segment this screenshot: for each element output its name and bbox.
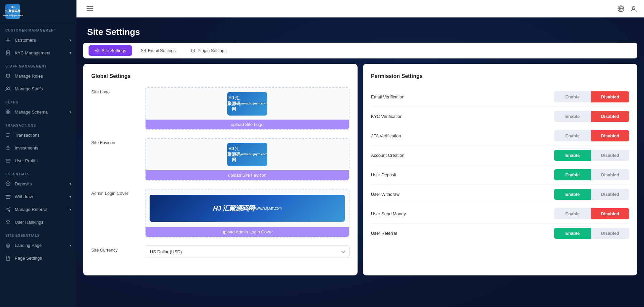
disable-button-user-deposit[interactable]: Disabled	[591, 169, 629, 180]
chevron-icon: ▾	[69, 195, 71, 199]
sidebar-item-customers[interactable]: Customers ▾	[0, 34, 76, 46]
global-settings-title: Global Settings	[91, 73, 350, 79]
chevron-icon: ▾	[69, 208, 71, 211]
site-favicon-preview: HJ 汇聚源码网 www.huijuym.com	[146, 139, 349, 170]
menu-icon	[87, 5, 93, 12]
toggle-group-kyc-verification: Enable Disabled	[554, 111, 629, 122]
sidebar-item-kyc-management[interactable]: KYC Management ▾	[0, 46, 76, 59]
sidebar: HJ汇聚源码网www.huijuym.com CUSTOMER MANAGEME…	[0, 0, 76, 307]
admin-login-cover-control: HJ 汇聚源码网www.huijuvm.com upload Admin Log…	[145, 189, 350, 237]
enable-button-account-creation[interactable]: Enable	[554, 150, 591, 161]
admin-login-cover-upload-button[interactable]: upload Admin Login Cover	[146, 227, 349, 237]
sidebar-item-user-profits[interactable]: User Profits	[0, 154, 76, 167]
chevron-icon: ▾	[69, 38, 71, 42]
sidebar-item-label: User Profits	[15, 158, 38, 163]
chevron-icon: ▾	[69, 244, 71, 247]
svg-rect-40	[141, 49, 146, 52]
enable-button-kyc-verification[interactable]: Enable	[554, 111, 591, 122]
anchor-icon	[5, 145, 11, 151]
permission-row-user-send-money: User Send Money Enable Disabled	[371, 204, 629, 224]
permission-label-user-withdraw: User Withdraw	[371, 192, 554, 197]
site-favicon-upload-button[interactable]: upload Site Favicon	[146, 170, 349, 180]
disable-button-kyc-verification[interactable]: Disabled	[591, 111, 629, 122]
sidebar-item-manage-roles[interactable]: Manage Roles	[0, 70, 76, 82]
sidebar-item-label: Manage Roles	[15, 74, 43, 79]
content-area: Site Settings Site Settings Email Settin…	[76, 17, 644, 307]
sidebar-item-user-rankings[interactable]: User Rankings	[0, 216, 76, 228]
globe-button[interactable]	[617, 5, 625, 12]
disable-button-2fa-verification[interactable]: Disabled	[591, 130, 629, 141]
admin-login-cover-label: Admin Login Cover	[91, 189, 138, 196]
site-favicon-row: Site Favicon HJ 汇聚源码网 www.huijuym.com up…	[91, 138, 350, 181]
permission-settings-title: Permission Settings	[371, 73, 629, 79]
sidebar-item-investments[interactable]: Investments	[0, 141, 76, 154]
sidebar-item-label: Customers	[15, 38, 36, 43]
toggle-group-user-withdraw: Enable Disabled	[554, 189, 629, 200]
enable-button-user-send-money[interactable]: Enable	[554, 208, 591, 219]
site-logo-upload-button[interactable]: upload Site Logo	[146, 120, 349, 129]
sidebar-item-label: KYC Management	[15, 50, 50, 55]
site-currency-select[interactable]: US Dollar (USD) Euro (EUR) British Pound…	[145, 246, 350, 258]
tab-email-settings[interactable]: Email Settings	[135, 45, 182, 56]
svg-point-4	[7, 87, 8, 88]
tab-email-settings-label: Email Settings	[148, 48, 176, 53]
clipboard-icon	[5, 50, 11, 56]
disable-button-account-creation[interactable]: Disabled	[591, 150, 629, 161]
content-header: Site Settings	[76, 17, 644, 43]
tab-site-settings-label: Site Settings	[102, 48, 126, 53]
topbar	[76, 0, 644, 17]
enable-button-user-referral[interactable]: Enable	[554, 228, 591, 239]
enable-button-email-verification[interactable]: Enable	[554, 91, 591, 102]
permission-label-user-referral: User Referral	[371, 231, 554, 236]
tab-site-settings[interactable]: Site Settings	[89, 45, 132, 56]
site-favicon-upload-box[interactable]: HJ 汇聚源码网 www.huijuym.com upload Site Fav…	[145, 138, 350, 181]
sidebar-item-label: Landing Page	[15, 243, 42, 248]
sidebar-item-label: Deposits	[15, 181, 32, 186]
svg-rect-32	[87, 8, 93, 9]
topbar-right	[617, 5, 637, 12]
user-profile-button[interactable]	[630, 5, 637, 12]
sidebar-section-label: TRANSACTIONS	[0, 118, 76, 129]
menu-toggle-button[interactable]	[83, 3, 97, 14]
permission-label-user-send-money: User Send Money	[371, 211, 554, 216]
sidebar-item-manage-schema[interactable]: Manage Schema ▾	[0, 105, 76, 118]
sidebar-item-landing-page[interactable]: Landing Page ▾	[0, 239, 76, 252]
svg-point-13	[7, 146, 9, 147]
site-currency-row: Site Currency US Dollar (USD) Euro (EUR)…	[91, 246, 350, 258]
sidebar-item-label: Manage Referral	[15, 207, 47, 212]
site-logo-upload-box[interactable]: HJ 汇聚源码网 www.huijuym.com upload Site Log…	[145, 87, 350, 130]
svg-point-0	[7, 38, 9, 40]
sidebar-item-transactions[interactable]: Transactions	[0, 129, 76, 141]
svg-rect-7	[8, 110, 10, 112]
star-icon	[5, 219, 11, 225]
disable-button-user-referral[interactable]: Disabled	[591, 228, 629, 239]
enable-button-user-deposit[interactable]: Enable	[554, 169, 591, 180]
sidebar-item-page-settings[interactable]: Page Settings	[0, 252, 76, 264]
permission-label-email-verification: Email Verification	[371, 94, 554, 99]
disable-button-email-verification[interactable]: Disabled	[591, 91, 629, 102]
wallet-icon	[5, 158, 11, 164]
sidebar-item-withdraw[interactable]: Withdraw ▾	[0, 190, 76, 203]
svg-rect-6	[6, 110, 8, 112]
admin-login-cover-upload-box[interactable]: HJ 汇聚源码网www.huijuvm.com upload Admin Log…	[145, 189, 350, 237]
plus-circle-icon	[5, 181, 11, 187]
permission-row-account-creation: Account Creation Enable Disabled	[371, 146, 629, 165]
toggle-group-user-deposit: Enable Disabled	[554, 169, 629, 180]
site-currency-control: US Dollar (USD) Euro (EUR) British Pound…	[145, 246, 350, 258]
sidebar-item-manage-referral[interactable]: Manage Referral ▾	[0, 203, 76, 216]
sidebar-item-label: Page Settings	[15, 256, 42, 261]
svg-rect-31	[87, 6, 93, 7]
grid-icon	[5, 109, 11, 115]
enable-button-user-withdraw[interactable]: Enable	[554, 189, 591, 200]
enable-button-2fa-verification[interactable]: Enable	[554, 130, 591, 141]
site-favicon-preview-image: HJ 汇聚源码网 www.huijuym.com	[227, 143, 267, 166]
sidebar-item-label: Investments	[15, 145, 38, 150]
permission-row-kyc-verification: KYC Verification Enable Disabled	[371, 107, 629, 126]
tab-plugin-settings[interactable]: Plugin Settings	[184, 45, 233, 56]
permission-label-account-creation: Account Creation	[371, 153, 554, 158]
disable-button-user-send-money[interactable]: Disabled	[591, 208, 629, 219]
sidebar-item-deposits[interactable]: Deposits ▾	[0, 177, 76, 190]
disable-button-user-withdraw[interactable]: Disabled	[591, 189, 629, 200]
gift-icon	[5, 193, 11, 200]
sidebar-item-manage-staffs[interactable]: Manage Staffs	[0, 82, 76, 95]
